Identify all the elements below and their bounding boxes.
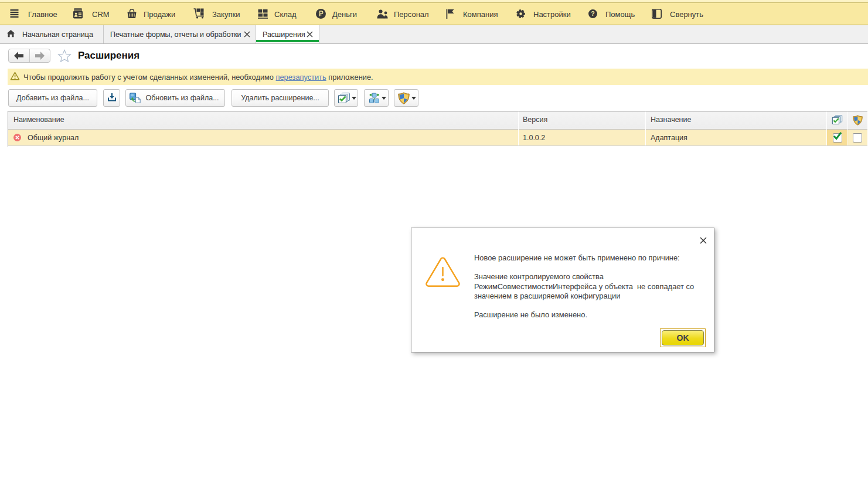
svg-text:?: ? [591,10,594,17]
